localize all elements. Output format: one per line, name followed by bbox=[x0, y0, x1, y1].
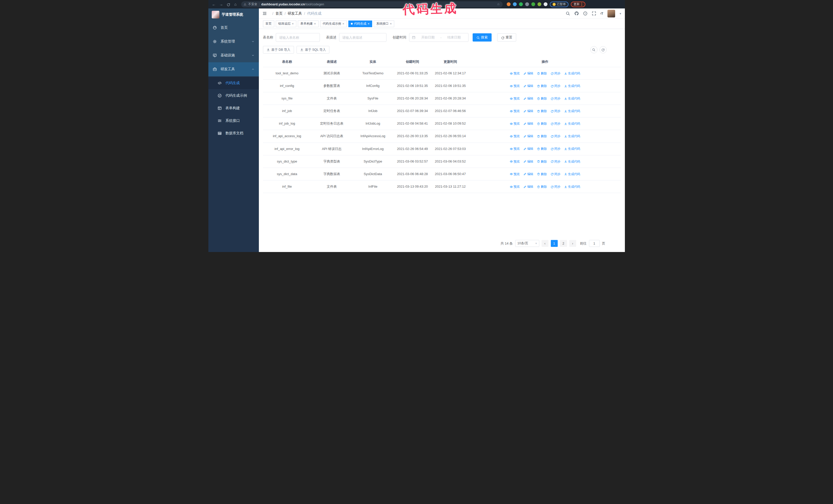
sync-link[interactable]: 同步 bbox=[551, 134, 561, 139]
edit-link[interactable]: 编辑 bbox=[523, 96, 533, 101]
address-bar[interactable]: ⚠ 不安全 dashboard.yudao.iocoder.cn/tool/co… bbox=[241, 1, 503, 7]
breadcrumb-item[interactable]: /研发工具 bbox=[282, 11, 302, 16]
delete-link[interactable]: 删除 bbox=[537, 159, 547, 164]
end-date-placeholder[interactable]: 结束日期 bbox=[443, 35, 466, 40]
edit-link[interactable]: 编辑 bbox=[523, 171, 533, 177]
delete-link[interactable]: 删除 bbox=[537, 109, 547, 114]
extension-icon[interactable] bbox=[531, 2, 535, 6]
delete-link[interactable]: 删除 bbox=[537, 96, 547, 101]
preview-link[interactable]: 预览 bbox=[510, 146, 520, 151]
sidebar-submenu-item[interactable]: 代码生成 bbox=[208, 77, 259, 89]
delete-link[interactable]: 删除 bbox=[537, 134, 547, 139]
sidebar-submenu-item[interactable]: 系统接口 bbox=[208, 114, 259, 127]
delete-link[interactable]: 删除 bbox=[537, 71, 547, 76]
edit-link[interactable]: 编辑 bbox=[523, 121, 533, 126]
db-import-button[interactable]: 基于 DB 导入 bbox=[263, 46, 294, 54]
table-desc-input[interactable] bbox=[339, 33, 386, 42]
preview-link[interactable]: 预览 bbox=[510, 184, 520, 189]
sidebar-submenu-item[interactable]: 代码生成示例 bbox=[208, 89, 259, 102]
preview-link[interactable]: 预览 bbox=[510, 71, 520, 76]
sync-link[interactable]: 同步 bbox=[551, 159, 561, 164]
edit-link[interactable]: 编辑 bbox=[523, 134, 533, 139]
preview-link[interactable]: 预览 bbox=[510, 83, 520, 89]
preview-link[interactable]: 预览 bbox=[510, 134, 520, 139]
generate-code-link[interactable]: 生成代码 bbox=[564, 83, 580, 89]
tab[interactable]: 代码生成 × bbox=[348, 21, 372, 27]
close-icon[interactable]: × bbox=[314, 22, 316, 25]
next-page-button[interactable]: › bbox=[569, 240, 576, 247]
breadcrumb-item[interactable]: /首页 bbox=[270, 11, 283, 16]
extension-icon[interactable] bbox=[519, 2, 523, 6]
sidebar-menu-item[interactable]: 首页 bbox=[208, 21, 259, 34]
edit-link[interactable]: 编辑 bbox=[523, 109, 533, 114]
avatar[interactable] bbox=[608, 10, 615, 18]
edit-link[interactable]: 编辑 bbox=[523, 83, 533, 89]
hamburger-icon[interactable] bbox=[262, 11, 267, 16]
close-icon[interactable]: × bbox=[390, 22, 392, 25]
delete-link[interactable]: 删除 bbox=[537, 146, 547, 151]
forward-icon[interactable]: → bbox=[218, 2, 224, 6]
delete-link[interactable]: 删除 bbox=[537, 121, 547, 126]
tab[interactable]: 链路追踪 × bbox=[276, 21, 296, 27]
delete-link[interactable]: 删除 bbox=[537, 184, 547, 189]
close-icon[interactable]: × bbox=[367, 22, 370, 25]
paused-badge[interactable]: 已暂停 bbox=[550, 2, 569, 7]
sync-link[interactable]: 同步 bbox=[551, 121, 561, 126]
generate-code-link[interactable]: 生成代码 bbox=[564, 121, 580, 126]
generate-code-link[interactable]: 生成代码 bbox=[564, 109, 580, 114]
fullscreen-icon[interactable] bbox=[592, 11, 596, 16]
sidebar-menu-item[interactable]: 基础设施 bbox=[208, 48, 259, 62]
edit-link[interactable]: 编辑 bbox=[523, 71, 533, 76]
font-size-icon[interactable]: tT bbox=[600, 11, 603, 16]
sync-link[interactable]: 同步 bbox=[551, 184, 561, 189]
sidebar-submenu-item[interactable]: 表单构建 bbox=[208, 102, 259, 114]
preview-link[interactable]: 预览 bbox=[510, 171, 520, 177]
toggle-search-button[interactable] bbox=[590, 46, 597, 53]
delete-link[interactable]: 删除 bbox=[537, 83, 547, 89]
preview-link[interactable]: 预览 bbox=[510, 109, 520, 114]
page-number-button[interactable]: 1 bbox=[551, 240, 558, 247]
generate-code-link[interactable]: 生成代码 bbox=[564, 134, 580, 139]
search-icon[interactable] bbox=[566, 11, 570, 16]
close-icon[interactable]: × bbox=[342, 22, 344, 25]
sync-link[interactable]: 同步 bbox=[551, 109, 561, 114]
extension-icon[interactable] bbox=[525, 2, 529, 6]
prev-page-button[interactable]: ‹ bbox=[542, 240, 548, 247]
page-number-button[interactable]: 2 bbox=[560, 240, 567, 247]
extension-icon[interactable] bbox=[513, 2, 517, 6]
question-icon[interactable]: ? bbox=[583, 11, 588, 16]
reset-button[interactable]: 重置 bbox=[497, 33, 516, 42]
preview-link[interactable]: 预览 bbox=[510, 121, 520, 126]
generate-code-link[interactable]: 生成代码 bbox=[564, 96, 580, 101]
tab[interactable]: 表单构建 × bbox=[298, 21, 318, 27]
table-name-input[interactable] bbox=[276, 33, 320, 42]
extension-icon[interactable] bbox=[538, 2, 541, 6]
bookmark-star-icon[interactable]: ☆ bbox=[497, 2, 500, 6]
date-range-picker[interactable]: 开始日期 - 结束日期 bbox=[409, 33, 469, 42]
edit-link[interactable]: 编辑 bbox=[523, 184, 533, 189]
sync-link[interactable]: 同步 bbox=[551, 83, 561, 89]
generate-code-link[interactable]: 生成代码 bbox=[564, 184, 580, 189]
github-icon[interactable] bbox=[574, 11, 579, 16]
breadcrumb-item[interactable]: /代码生成 bbox=[302, 11, 322, 16]
edit-link[interactable]: 编辑 bbox=[523, 159, 533, 164]
sync-link[interactable]: 同步 bbox=[551, 171, 561, 177]
page-size-select[interactable]: 10条/页▾ bbox=[515, 240, 539, 247]
back-icon[interactable]: ← bbox=[211, 2, 217, 6]
sync-link[interactable]: 同步 bbox=[551, 71, 561, 76]
sidebar-menu-item[interactable]: 研发工具 bbox=[208, 62, 259, 76]
sidebar-menu-item[interactable]: 系统管理 bbox=[208, 34, 259, 48]
kebab-menu-icon[interactable] bbox=[581, 4, 582, 5]
extension-icon[interactable] bbox=[507, 2, 510, 6]
update-button[interactable]: 更新 bbox=[571, 2, 586, 7]
tab[interactable]: 系统接口 × bbox=[374, 21, 395, 27]
caret-down-icon[interactable]: ▾ bbox=[619, 12, 621, 16]
logo[interactable]: 芋道管理系统 bbox=[208, 8, 259, 21]
reload-icon[interactable] bbox=[225, 2, 232, 6]
start-date-placeholder[interactable]: 开始日期 bbox=[416, 35, 439, 40]
home-icon[interactable]: ⌂ bbox=[233, 2, 239, 6]
edit-link[interactable]: 编辑 bbox=[523, 146, 533, 151]
sidebar-submenu-item[interactable]: 数据库文档 bbox=[208, 127, 259, 140]
generate-code-link[interactable]: 生成代码 bbox=[564, 171, 580, 177]
tab[interactable]: 首页 bbox=[263, 21, 274, 27]
